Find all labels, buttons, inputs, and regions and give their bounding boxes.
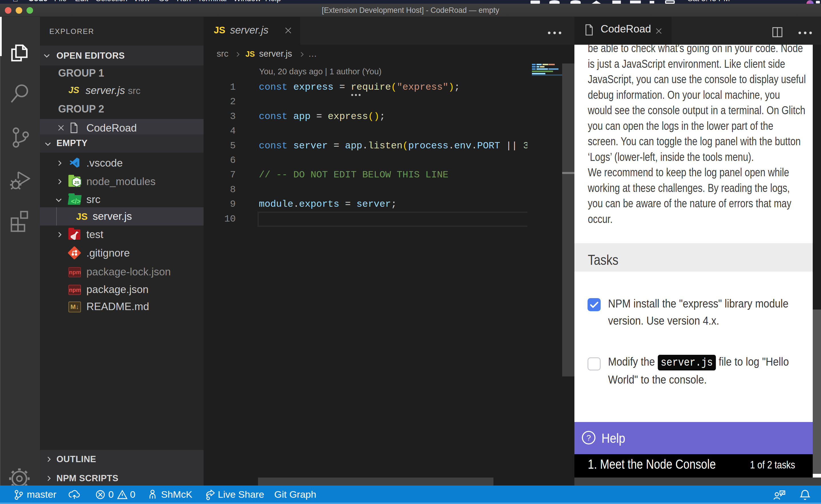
svg-text:</>: </>	[71, 198, 81, 205]
svg-text:?: ?	[586, 433, 591, 442]
svg-text:JS: JS	[74, 180, 79, 185]
